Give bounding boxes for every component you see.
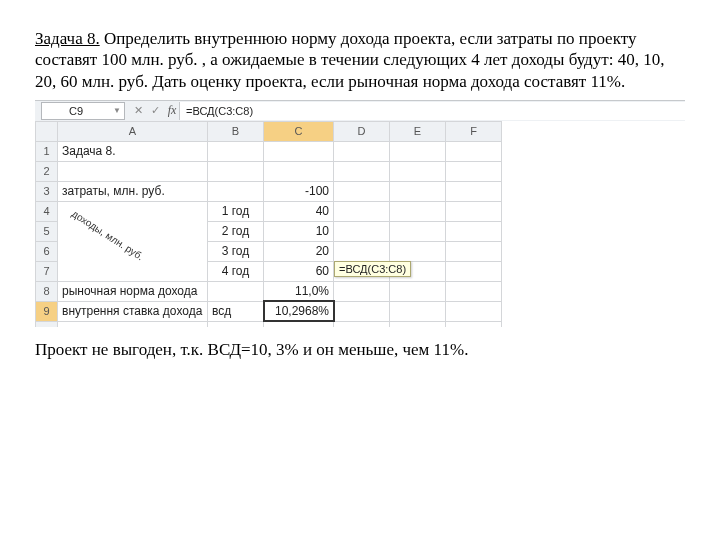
cell[interactable]: [334, 321, 390, 327]
cell[interactable]: Задача 8.: [58, 141, 208, 161]
cell[interactable]: 2 год: [208, 221, 264, 241]
row-header[interactable]: 6: [36, 241, 58, 261]
row-header[interactable]: 5: [36, 221, 58, 241]
namebox-dropdown-icon[interactable]: ▼: [110, 103, 124, 119]
col-header-A[interactable]: A: [58, 121, 208, 141]
problem-body: Определить внутреннюю норму дохода проек…: [35, 29, 664, 91]
conclusion-text: Проект не выгоден, т.к. ВСД=10, 3% и он …: [35, 339, 685, 360]
grid[interactable]: A B C D E F 1 Задача 8. 2 3 затр: [35, 121, 502, 328]
fx-icon[interactable]: fx: [165, 103, 179, 118]
cell[interactable]: [334, 281, 390, 301]
cell[interactable]: рыночная норма дохода: [58, 281, 208, 301]
problem-title: Задача 8.: [35, 29, 100, 48]
row-header[interactable]: [36, 321, 58, 327]
row-header[interactable]: 3: [36, 181, 58, 201]
row-header[interactable]: 9: [36, 301, 58, 321]
table-row: 4 доходы, млн. руб. 1 год 40: [36, 201, 502, 221]
row-header[interactable]: 1: [36, 141, 58, 161]
accept-icon[interactable]: ✓: [148, 104, 162, 117]
cell[interactable]: внутрення ставка дохода: [58, 301, 208, 321]
col-header-C[interactable]: C: [264, 121, 334, 141]
cell[interactable]: [446, 241, 502, 261]
cell[interactable]: =ВСД(C3:C8): [334, 261, 390, 281]
cell[interactable]: [264, 141, 334, 161]
row-header[interactable]: 7: [36, 261, 58, 281]
cell[interactable]: всд: [208, 301, 264, 321]
table-row: 2: [36, 161, 502, 181]
cell[interactable]: [334, 221, 390, 241]
col-header-F[interactable]: F: [446, 121, 502, 141]
cell[interactable]: 4 год: [208, 261, 264, 281]
cell[interactable]: [208, 141, 264, 161]
cell[interactable]: [446, 221, 502, 241]
table-row: 8 рыночная норма дохода 11,0%: [36, 281, 502, 301]
cell[interactable]: -100: [264, 181, 334, 201]
formula-controls: ✕ ✓ fx: [131, 103, 179, 118]
row-header[interactable]: 2: [36, 161, 58, 181]
cell[interactable]: 10: [264, 221, 334, 241]
active-cell-ref: C9: [69, 105, 83, 117]
cell[interactable]: 11,0%: [264, 281, 334, 301]
name-box[interactable]: C9 ▼: [41, 102, 125, 120]
cell[interactable]: 3 год: [208, 241, 264, 261]
formula-bar: C9 ▼ ✕ ✓ fx =ВСД(C3:C8): [35, 100, 685, 121]
table-row: 3 затраты, млн. руб. -100: [36, 181, 502, 201]
cell[interactable]: [58, 161, 208, 181]
cell[interactable]: [334, 161, 390, 181]
active-cell[interactable]: 10,2968%: [264, 301, 334, 321]
table-row: 9 внутрення ставка дохода всд 10,2968%: [36, 301, 502, 321]
cancel-icon[interactable]: ✕: [131, 104, 145, 117]
problem-statement: Задача 8. Определить внутреннюю норму до…: [35, 28, 685, 92]
row-header[interactable]: 4: [36, 201, 58, 221]
cell[interactable]: 60: [264, 261, 334, 281]
cell[interactable]: [390, 321, 446, 327]
formula-tooltip: =ВСД(C3:C8): [334, 261, 411, 277]
cell[interactable]: затраты, млн. руб.: [58, 181, 208, 201]
cell[interactable]: 1 год: [208, 201, 264, 221]
cell[interactable]: [390, 241, 446, 261]
cell[interactable]: [208, 321, 264, 327]
cell[interactable]: [390, 161, 446, 181]
diagonal-label: доходы, млн. руб.: [70, 208, 146, 262]
cell[interactable]: [264, 161, 334, 181]
row-header[interactable]: 8: [36, 281, 58, 301]
cell[interactable]: [390, 141, 446, 161]
cell[interactable]: [208, 281, 264, 301]
cell[interactable]: [446, 201, 502, 221]
table-row: [36, 321, 502, 327]
cell[interactable]: [446, 261, 502, 281]
col-header-E[interactable]: E: [390, 121, 446, 141]
table-row: 1 Задача 8.: [36, 141, 502, 161]
cell[interactable]: [208, 161, 264, 181]
cell[interactable]: [446, 321, 502, 327]
cell[interactable]: [264, 321, 334, 327]
cell[interactable]: [334, 201, 390, 221]
cell[interactable]: [208, 181, 264, 201]
select-all-corner[interactable]: [36, 121, 58, 141]
cell[interactable]: [390, 221, 446, 241]
cell[interactable]: [446, 181, 502, 201]
cell[interactable]: [334, 241, 390, 261]
col-header-B[interactable]: B: [208, 121, 264, 141]
cell[interactable]: 40: [264, 201, 334, 221]
cell[interactable]: [446, 161, 502, 181]
cell[interactable]: [446, 141, 502, 161]
formula-input[interactable]: =ВСД(C3:C8): [179, 102, 685, 120]
cell[interactable]: [58, 321, 208, 327]
spreadsheet: C9 ▼ ✕ ✓ fx =ВСД(C3:C8) A B C D E F 1 За…: [35, 100, 685, 328]
cell[interactable]: [334, 141, 390, 161]
cell[interactable]: [390, 181, 446, 201]
cell[interactable]: [334, 181, 390, 201]
col-header-D[interactable]: D: [334, 121, 390, 141]
column-headers: A B C D E F: [36, 121, 502, 141]
cell[interactable]: доходы, млн. руб.: [58, 201, 208, 281]
cell[interactable]: 20: [264, 241, 334, 261]
cell[interactable]: [446, 281, 502, 301]
cell[interactable]: [390, 301, 446, 321]
cell[interactable]: [390, 201, 446, 221]
cell[interactable]: [334, 301, 390, 321]
cell[interactable]: [446, 301, 502, 321]
cell[interactable]: [390, 281, 446, 301]
